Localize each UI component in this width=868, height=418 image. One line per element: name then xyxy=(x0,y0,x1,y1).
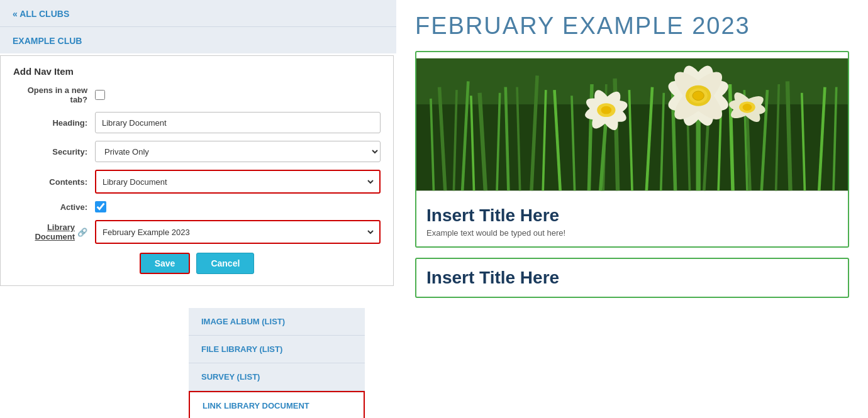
opens-new-tab-checkbox[interactable] xyxy=(95,90,105,100)
svg-line-15 xyxy=(787,81,791,190)
lib-doc-label-wrap: Library Document 🔗 xyxy=(13,223,95,241)
security-label: Security: xyxy=(13,147,95,157)
heading-input[interactable] xyxy=(95,112,381,133)
button-row: Save Cancel xyxy=(13,253,381,274)
page-title: FEBRUARY EXAMPLE 2023 xyxy=(415,13,849,40)
active-label: Active: xyxy=(13,202,95,212)
security-select[interactable]: Private Only Public Members Only xyxy=(95,141,381,162)
content-block-1: Insert Title Here Example text would be … xyxy=(415,51,849,248)
opens-new-tab-row: Opens in a new tab? xyxy=(13,85,381,104)
heading-label: Heading: xyxy=(13,118,95,128)
top-nav: « ALL CLUBS EXAMPLE CLUB xyxy=(0,0,396,53)
svg-point-42 xyxy=(693,91,704,101)
all-clubs-link[interactable]: « ALL CLUBS xyxy=(0,0,396,27)
add-nav-form: Add Nav Item Opens in a new tab? Heading… xyxy=(0,55,394,286)
insert-title-block: Insert Title Here Example text would be … xyxy=(416,197,848,246)
contents-label: Contents: xyxy=(13,177,95,187)
right-panel: FEBRUARY EXAMPLE 2023 xyxy=(396,0,868,418)
lib-doc-row: Library Document 🔗 February Example 2023… xyxy=(13,220,381,244)
lib-doc-highlighted-wrapper: February Example 2023 January Example 20… xyxy=(95,220,381,244)
link-icon: 🔗 xyxy=(77,228,87,237)
insert-title: Insert Title Here xyxy=(426,206,838,226)
content-block-2: Insert Title Here xyxy=(415,258,849,298)
svg-point-49 xyxy=(601,106,611,114)
insert-subtitle: Example text would be typed out here! xyxy=(426,228,838,238)
svg-point-55 xyxy=(743,104,752,111)
lib-doc-link-label[interactable]: Library Document xyxy=(13,223,75,241)
contents-select[interactable]: Library Document Image Album File Librar… xyxy=(100,173,376,190)
flower-image xyxy=(416,52,848,197)
example-club-link[interactable]: EXAMPLE CLUB xyxy=(0,27,396,53)
bottom-nav: IMAGE ALBUM (LIST) FILE LIBRARY (LIST) S… xyxy=(189,308,365,418)
link-library-document-item[interactable]: LINK LIBRARY DOCUMENT xyxy=(189,391,365,418)
lib-doc-select[interactable]: February Example 2023 January Example 20… xyxy=(100,224,376,240)
cancel-button[interactable]: Cancel xyxy=(196,253,254,274)
form-title: Add Nav Item xyxy=(13,66,381,77)
contents-row: Contents: Library Document Image Album F… xyxy=(13,170,381,194)
image-album-list-item[interactable]: IMAGE ALBUM (LIST) xyxy=(189,308,365,336)
left-panel: « ALL CLUBS EXAMPLE CLUB Add Nav Item Op… xyxy=(0,0,396,418)
opens-new-tab-label: Opens in a new tab? xyxy=(13,85,95,104)
heading-row: Heading: xyxy=(13,112,381,133)
file-library-list-item[interactable]: FILE LIBRARY (LIST) xyxy=(189,336,365,363)
active-checkbox[interactable] xyxy=(95,201,106,212)
security-row: Security: Private Only Public Members On… xyxy=(13,141,381,162)
survey-list-item[interactable]: SURVEY (LIST) xyxy=(189,363,365,391)
contents-highlighted-wrapper: Library Document Image Album File Librar… xyxy=(95,170,381,194)
save-button[interactable]: Save xyxy=(140,253,191,274)
active-row: Active: xyxy=(13,201,381,212)
insert-title-2: Insert Title Here xyxy=(416,259,848,297)
